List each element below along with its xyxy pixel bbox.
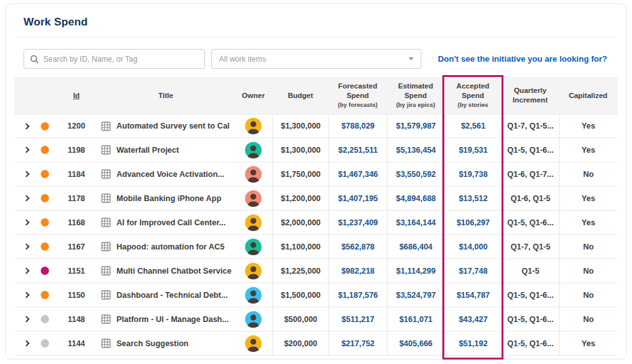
accepted-spend-value[interactable]: $19,738 [444, 162, 502, 186]
table-row[interactable]: 1151 Multi Channel Chatbot Service $1,22… [15, 259, 617, 283]
work-items-filter[interactable]: All work items [211, 49, 421, 69]
estimated-spend-value[interactable]: $161,071 [387, 307, 444, 331]
row-title[interactable]: Dashboard - Technical Debt... [116, 291, 228, 300]
row-title[interactable]: Platform - UI - Manage Dash... [116, 315, 228, 324]
estimated-spend-value[interactable]: $3,164,144 [387, 211, 444, 234]
table-row[interactable]: 1200 Automated Survey sent to Cal $1,300… [15, 114, 617, 138]
table-row[interactable]: 1150 Dashboard - Technical Debt... $1,50… [15, 283, 617, 307]
expand-chevron-icon[interactable] [23, 195, 29, 202]
column-header-id[interactable]: Id [55, 91, 97, 101]
row-title[interactable]: Multi Channel Chatbot Service [116, 267, 232, 276]
table-row[interactable]: 1144 Search Suggestion $200,000 $217,752… [15, 332, 617, 356]
avatar[interactable] [245, 166, 262, 183]
forecasted-spend-value[interactable]: $1,237,409 [328, 211, 387, 234]
forecasted-spend-value[interactable]: $562,878 [328, 235, 387, 258]
forecasted-spend-value[interactable]: $1,407,195 [328, 186, 387, 210]
table-row[interactable]: 1198 Waterfall Project $1,300,000 $2,251… [15, 138, 617, 162]
expand-chevron-icon[interactable] [23, 147, 29, 153]
estimated-spend-value[interactable]: $405,666 [387, 332, 444, 355]
forecasted-spend-value[interactable]: $217,752 [328, 332, 387, 355]
table-row[interactable]: 1167 Hapood: automation for AC5 $1,100,0… [15, 235, 617, 259]
avatar[interactable] [245, 311, 262, 328]
row-title[interactable]: Hapood: automation for AC5 [116, 242, 225, 251]
column-header-title[interactable]: Title [97, 91, 234, 101]
search-input[interactable] [43, 55, 199, 64]
accepted-spend-value[interactable]: $19,531 [444, 138, 502, 162]
column-header-owner[interactable]: Owner [234, 91, 272, 101]
row-title[interactable]: Advanced Voice Activation... [116, 170, 225, 179]
row-id: 1198 [55, 138, 97, 162]
search-box[interactable] [24, 49, 205, 69]
status-cell [34, 186, 55, 210]
row-title[interactable]: AI for Improved Call Center... [116, 218, 226, 227]
forecasted-spend-value[interactable]: $1,467,346 [328, 162, 387, 186]
column-header-quarterly-increment[interactable]: Quarterly Increment [502, 86, 559, 105]
expand-chevron-icon[interactable] [23, 123, 29, 129]
column-header-accepted-spend[interactable]: Accepted Spend(by stories [444, 81, 502, 109]
expand-chevron-icon[interactable] [23, 244, 29, 250]
avatar[interactable] [245, 287, 262, 304]
accepted-spend-value[interactable]: $43,427 [444, 307, 502, 331]
column-header-estimated-spend[interactable]: Estimated Spend(by jira epics) [387, 81, 444, 109]
avatar[interactable] [245, 263, 262, 279]
header-divider [16, 37, 616, 38]
status-cell [34, 162, 55, 186]
table-row[interactable]: 1148 Platform - UI - Manage Dash... $500… [15, 307, 617, 332]
person-silhouette-icon [245, 142, 262, 158]
capitalized-value: No [559, 283, 617, 307]
avatar[interactable] [245, 335, 262, 352]
expand-chevron-icon[interactable] [23, 292, 29, 298]
row-title[interactable]: Search Suggestion [116, 339, 188, 348]
avatar[interactable] [245, 118, 262, 134]
estimated-spend-value[interactable]: $1,579,987 [387, 115, 444, 137]
estimated-spend-value[interactable]: $3,550,592 [387, 162, 444, 186]
row-title[interactable]: Waterfall Project [116, 146, 179, 155]
accepted-spend-value[interactable]: $2,561 [444, 115, 502, 137]
status-dot [41, 267, 49, 275]
accepted-spend-value[interactable]: $17,748 [444, 259, 502, 283]
status-dot [41, 122, 49, 130]
avatar[interactable] [245, 142, 262, 158]
forecasted-spend-value[interactable]: $2,251,511 [328, 138, 387, 162]
accepted-spend-value[interactable]: $14,000 [444, 235, 502, 258]
avatar[interactable] [245, 190, 262, 207]
owner-cell [234, 186, 272, 210]
expand-chevron-icon[interactable] [23, 171, 29, 178]
forecasted-spend-value[interactable]: $1,187,576 [328, 283, 387, 307]
expand-cell [15, 259, 34, 283]
estimated-spend-value[interactable]: $1,114,299 [387, 259, 444, 283]
forecasted-spend-value[interactable]: $788,029 [328, 115, 387, 137]
forecasted-spend-value[interactable]: $511,217 [328, 307, 387, 331]
expand-chevron-icon[interactable] [23, 268, 29, 274]
avatar[interactable] [245, 239, 262, 255]
avatar[interactable] [245, 214, 262, 231]
work-item-grid-icon [101, 314, 111, 324]
row-id: 1167 [55, 235, 97, 258]
expand-chevron-icon[interactable] [23, 316, 29, 323]
estimated-spend-value[interactable]: $686,404 [387, 235, 444, 258]
accepted-spend-value[interactable]: $106,297 [444, 211, 502, 234]
chevron-down-icon [409, 57, 414, 60]
column-header-capitalized[interactable]: Capitalized [559, 91, 617, 101]
table-row[interactable]: 1168 AI for Improved Call Center... $2,0… [15, 211, 617, 235]
forecasted-spend-value[interactable]: $982,218 [328, 259, 387, 283]
expand-chevron-icon[interactable] [23, 220, 29, 226]
accepted-spend-value[interactable]: $13,512 [444, 186, 502, 210]
estimated-spend-value[interactable]: $3,524,797 [387, 283, 444, 307]
initiative-help-link[interactable]: Don't see the initiative you are looking… [438, 54, 608, 64]
table-row[interactable]: 1178 Mobile Banking iPhone App $1,200,00… [15, 186, 617, 211]
row-title[interactable]: Automated Survey sent to Cal [116, 122, 230, 130]
table-row[interactable]: 1184 Advanced Voice Activation... $1,750… [15, 162, 617, 186]
quarterly-increment-value: Q1-5, Q1-6... [502, 307, 559, 331]
row-title[interactable]: Mobile Banking iPhone App [116, 194, 221, 203]
estimated-spend-value[interactable]: $5,136,454 [387, 138, 444, 162]
column-header-forecasted-spend[interactable]: Forecasted Spend(by forecasts) [328, 81, 387, 109]
expand-cell [15, 235, 34, 258]
quarterly-increment-value: Q1-5, Q1-6... [502, 211, 559, 234]
filter-selected-value: All work items [219, 55, 409, 64]
estimated-spend-value[interactable]: $4,894,688 [387, 186, 444, 210]
column-header-budget[interactable]: Budget [272, 91, 328, 101]
accepted-spend-value[interactable]: $51,192 [444, 332, 502, 355]
accepted-spend-value[interactable]: $154,787 [444, 283, 502, 307]
expand-chevron-icon[interactable] [23, 340, 29, 347]
